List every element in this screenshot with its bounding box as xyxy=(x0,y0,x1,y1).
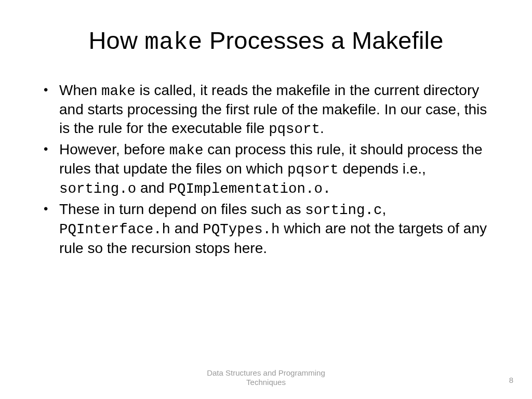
bullet-item: However, before make can process this ru… xyxy=(36,140,496,198)
footer-line1: Data Structures and Programming xyxy=(207,368,325,377)
body-text: , xyxy=(382,201,386,217)
code-text: make xyxy=(101,83,136,99)
page-number: 8 xyxy=(509,376,513,384)
code-text: sorting.o xyxy=(59,181,136,197)
code-text: pqsort xyxy=(269,121,320,137)
body-text: However, before xyxy=(59,141,169,157)
title-part2: Processes a Makefile xyxy=(203,26,444,54)
title-code1: make xyxy=(144,29,202,56)
body-text: and xyxy=(136,180,168,196)
code-text: PQInterface.h xyxy=(59,221,170,237)
body-text: . xyxy=(320,120,324,136)
body-text: and xyxy=(170,220,203,236)
code-text: sorting.c xyxy=(305,202,382,218)
code-text: PQImplementation.o. xyxy=(168,181,331,197)
bullet-item: When make is called, it reads the makefi… xyxy=(36,81,496,138)
slide: How make Processes a Makefile When make … xyxy=(0,0,532,399)
bullet-item: These in turn depend on files such as so… xyxy=(36,200,496,257)
bullet-list: When make is called, it reads the makefi… xyxy=(36,81,496,257)
code-text: PQTypes.h xyxy=(203,221,280,237)
code-text: pqsort xyxy=(287,162,339,178)
title-part1: How xyxy=(88,26,144,54)
footer-line2: Techniques xyxy=(246,378,286,387)
slide-footer: Data Structures and Programming Techniqu… xyxy=(0,368,532,388)
body-text: depends i.e., xyxy=(339,161,426,177)
slide-title: How make Processes a Makefile xyxy=(36,26,496,56)
code-text: make xyxy=(169,142,204,158)
body-text: When xyxy=(59,82,101,98)
body-text: These in turn depend on files such as xyxy=(59,201,305,217)
